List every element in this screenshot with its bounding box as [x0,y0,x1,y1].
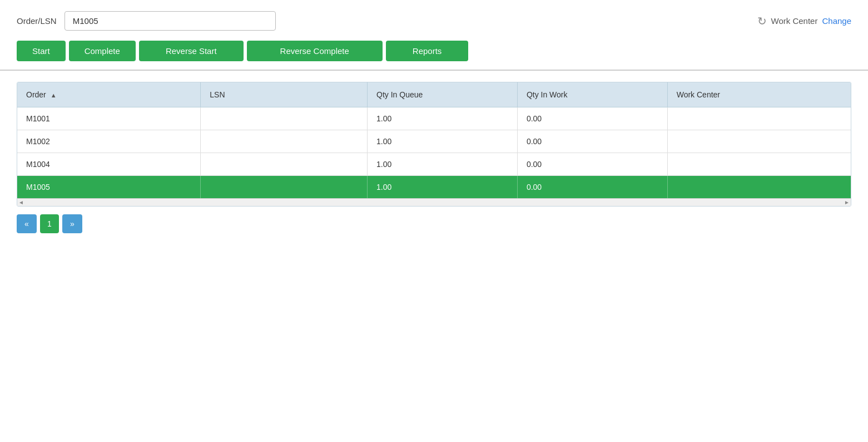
reports-button[interactable]: Reports [386,41,469,61]
reverse-start-button[interactable]: Reverse Start [139,41,244,61]
cell-lsn [201,130,368,153]
refresh-icon: ↻ [757,14,767,28]
work-center-label: Work Center [771,16,818,26]
order-row: Order/LSN ↻ Work Center Change [17,11,851,31]
work-center-change-link[interactable]: Change [822,16,851,26]
col-header-work-center[interactable]: Work Center [667,82,851,107]
table-header: Order ▲ LSN Qty In Queue Qty In Work Wor… [17,82,851,107]
cell-work_center [667,130,851,153]
cell-qty_in_work: 0.00 [517,130,667,153]
cell-order: M1005 [17,176,201,199]
order-input[interactable] [65,11,276,31]
cell-lsn [201,153,368,176]
scroll-left-icon[interactable]: ◄ [18,199,24,205]
top-bar: Order/LSN ↻ Work Center Change Start Com… [0,0,868,71]
cell-work_center [667,176,851,199]
cell-order: M1001 [17,107,201,130]
order-label: Order/LSN [17,16,57,26]
cell-qty_in_work: 0.00 [517,153,667,176]
cell-order: M1004 [17,153,201,176]
table-row[interactable]: M10021.000.00 [17,130,851,153]
col-header-order[interactable]: Order ▲ [17,82,201,107]
table-wrapper: Order ▲ LSN Qty In Queue Qty In Work Wor… [17,82,851,207]
data-table: Order ▲ LSN Qty In Queue Qty In Work Wor… [17,82,851,198]
button-row: Start Complete Reverse Start Reverse Com… [17,41,851,61]
page-1-button[interactable]: 1 [40,214,59,233]
table-scroll-area[interactable]: Order ▲ LSN Qty In Queue Qty In Work Wor… [17,82,851,198]
cell-lsn [201,107,368,130]
pagination-row: « 1 » [17,207,851,239]
complete-button[interactable]: Complete [69,41,136,61]
work-center-area: ↻ Work Center Change [757,14,851,28]
scroll-right-icon[interactable]: ► [844,199,850,205]
col-header-lsn[interactable]: LSN [201,82,368,107]
sort-asc-icon: ▲ [51,92,57,99]
main-content: Order ▲ LSN Qty In Queue Qty In Work Wor… [0,71,868,250]
table-body: M10011.000.00M10021.000.00M10041.000.00M… [17,107,851,199]
first-page-button[interactable]: « [17,214,37,233]
col-header-qty-queue[interactable]: Qty In Queue [368,82,518,107]
horizontal-scrollbar[interactable]: ◄ ► [17,198,851,206]
table-row[interactable]: M10051.000.00 [17,176,851,199]
cell-order: M1002 [17,130,201,153]
reverse-complete-button[interactable]: Reverse Complete [247,41,383,61]
cell-work_center [667,153,851,176]
cell-qty_in_queue: 1.00 [368,130,518,153]
start-button[interactable]: Start [17,41,66,61]
cell-work_center [667,107,851,130]
last-page-button[interactable]: » [62,214,82,233]
cell-lsn [201,176,368,199]
cell-qty_in_queue: 1.00 [368,153,518,176]
cell-qty_in_work: 0.00 [517,176,667,199]
col-header-qty-work[interactable]: Qty In Work [517,82,667,107]
cell-qty_in_queue: 1.00 [368,107,518,130]
cell-qty_in_work: 0.00 [517,107,667,130]
cell-qty_in_queue: 1.00 [368,176,518,199]
table-row[interactable]: M10041.000.00 [17,153,851,176]
order-left: Order/LSN [17,11,276,31]
table-row[interactable]: M10011.000.00 [17,107,851,130]
